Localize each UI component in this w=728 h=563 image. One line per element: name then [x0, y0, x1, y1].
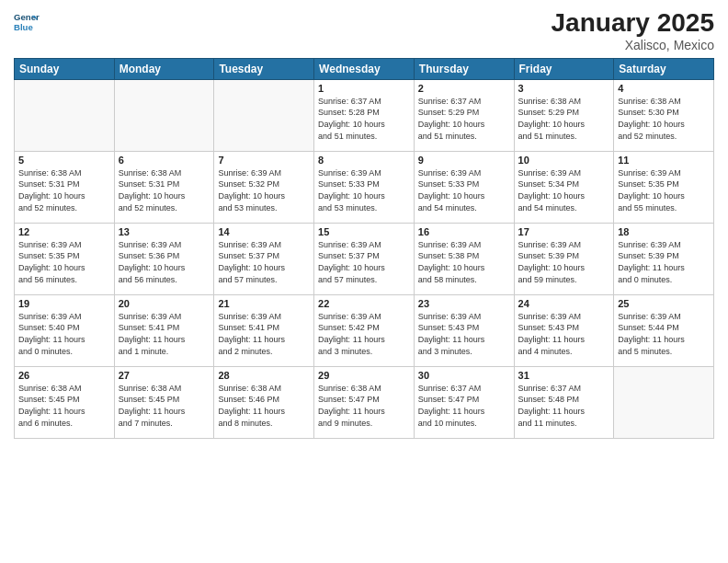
day-number: 25: [618, 298, 710, 309]
table-row: 19Sunrise: 6:39 AM Sunset: 5:40 PM Dayli…: [15, 294, 115, 366]
logo: General Blue: [14, 9, 40, 35]
calendar-week-row: 19Sunrise: 6:39 AM Sunset: 5:40 PM Dayli…: [15, 294, 714, 366]
day-number: 7: [218, 155, 310, 166]
col-friday: Friday: [514, 58, 614, 79]
day-info: Sunrise: 6:39 AM Sunset: 5:42 PM Dayligh…: [318, 311, 410, 357]
table-row: 24Sunrise: 6:39 AM Sunset: 5:43 PM Dayli…: [514, 294, 614, 366]
table-row: [214, 79, 314, 151]
day-info: Sunrise: 6:38 AM Sunset: 5:47 PM Dayligh…: [318, 383, 410, 429]
table-row: 27Sunrise: 6:38 AM Sunset: 5:45 PM Dayli…: [114, 366, 214, 438]
day-number: 2: [418, 83, 510, 94]
table-row: [15, 79, 115, 151]
calendar-header-row: Sunday Monday Tuesday Wednesday Thursday…: [15, 58, 714, 79]
page: General Blue January 2025 Xalisco, Mexic…: [0, 0, 728, 563]
location: Xalisco, Mexico: [552, 38, 714, 52]
day-number: 17: [518, 226, 610, 237]
day-info: Sunrise: 6:39 AM Sunset: 5:32 PM Dayligh…: [218, 167, 310, 213]
day-number: 28: [218, 370, 310, 381]
day-number: 16: [418, 226, 510, 237]
day-number: 19: [18, 298, 110, 309]
day-info: Sunrise: 6:39 AM Sunset: 5:37 PM Dayligh…: [318, 239, 410, 285]
day-number: 26: [18, 370, 110, 381]
table-row: 16Sunrise: 6:39 AM Sunset: 5:38 PM Dayli…: [414, 223, 514, 294]
day-number: 5: [18, 155, 110, 166]
table-row: 8Sunrise: 6:39 AM Sunset: 5:33 PM Daylig…: [314, 151, 415, 223]
table-row: 25Sunrise: 6:39 AM Sunset: 5:44 PM Dayli…: [614, 294, 714, 366]
day-number: 15: [318, 226, 410, 237]
table-row: 12Sunrise: 6:39 AM Sunset: 5:35 PM Dayli…: [15, 223, 115, 294]
day-info: Sunrise: 6:38 AM Sunset: 5:45 PM Dayligh…: [119, 383, 210, 429]
day-number: 22: [318, 298, 410, 309]
day-info: Sunrise: 6:37 AM Sunset: 5:47 PM Dayligh…: [418, 383, 510, 429]
table-row: 30Sunrise: 6:37 AM Sunset: 5:47 PM Dayli…: [414, 366, 514, 438]
calendar: Sunday Monday Tuesday Wednesday Thursday…: [14, 58, 714, 439]
col-thursday: Thursday: [414, 58, 514, 79]
day-number: 8: [318, 155, 410, 166]
day-info: Sunrise: 6:39 AM Sunset: 5:43 PM Dayligh…: [418, 311, 510, 357]
title-area: January 2025 Xalisco, Mexico: [552, 9, 714, 52]
table-row: 13Sunrise: 6:39 AM Sunset: 5:36 PM Dayli…: [114, 223, 214, 294]
col-wednesday: Wednesday: [314, 58, 415, 79]
table-row: 3Sunrise: 6:38 AM Sunset: 5:29 PM Daylig…: [514, 79, 614, 151]
header: General Blue January 2025 Xalisco, Mexic…: [14, 9, 714, 52]
day-number: 31: [518, 370, 610, 381]
day-info: Sunrise: 6:39 AM Sunset: 5:35 PM Dayligh…: [618, 167, 710, 213]
table-row: 7Sunrise: 6:39 AM Sunset: 5:32 PM Daylig…: [214, 151, 314, 223]
day-info: Sunrise: 6:38 AM Sunset: 5:46 PM Dayligh…: [218, 383, 310, 429]
calendar-week-row: 12Sunrise: 6:39 AM Sunset: 5:35 PM Dayli…: [15, 223, 714, 294]
day-info: Sunrise: 6:39 AM Sunset: 5:41 PM Dayligh…: [119, 311, 210, 357]
day-info: Sunrise: 6:39 AM Sunset: 5:35 PM Dayligh…: [18, 239, 110, 285]
col-sunday: Sunday: [15, 58, 115, 79]
col-monday: Monday: [114, 58, 214, 79]
table-row: 31Sunrise: 6:37 AM Sunset: 5:48 PM Dayli…: [514, 366, 614, 438]
table-row: 6Sunrise: 6:38 AM Sunset: 5:31 PM Daylig…: [114, 151, 214, 223]
day-info: Sunrise: 6:39 AM Sunset: 5:39 PM Dayligh…: [618, 239, 710, 285]
day-number: 24: [518, 298, 610, 309]
svg-text:Blue: Blue: [14, 22, 33, 32]
table-row: 10Sunrise: 6:39 AM Sunset: 5:34 PM Dayli…: [514, 151, 614, 223]
day-number: 4: [618, 83, 710, 94]
calendar-week-row: 1Sunrise: 6:37 AM Sunset: 5:28 PM Daylig…: [15, 79, 714, 151]
day-number: 1: [318, 83, 410, 94]
col-saturday: Saturday: [614, 58, 714, 79]
table-row: 22Sunrise: 6:39 AM Sunset: 5:42 PM Dayli…: [314, 294, 415, 366]
day-info: Sunrise: 6:39 AM Sunset: 5:36 PM Dayligh…: [119, 239, 210, 285]
calendar-week-row: 5Sunrise: 6:38 AM Sunset: 5:31 PM Daylig…: [15, 151, 714, 223]
calendar-week-row: 26Sunrise: 6:38 AM Sunset: 5:45 PM Dayli…: [15, 366, 714, 438]
day-info: Sunrise: 6:39 AM Sunset: 5:38 PM Dayligh…: [418, 239, 510, 285]
table-row: 20Sunrise: 6:39 AM Sunset: 5:41 PM Dayli…: [114, 294, 214, 366]
table-row: 2Sunrise: 6:37 AM Sunset: 5:29 PM Daylig…: [414, 79, 514, 151]
day-number: 12: [18, 226, 110, 237]
day-number: 11: [618, 155, 710, 166]
day-number: 27: [119, 370, 210, 381]
day-number: 21: [218, 298, 310, 309]
month-title: January 2025: [552, 9, 714, 38]
day-info: Sunrise: 6:38 AM Sunset: 5:45 PM Dayligh…: [18, 383, 110, 429]
table-row: 9Sunrise: 6:39 AM Sunset: 5:33 PM Daylig…: [414, 151, 514, 223]
table-row: 11Sunrise: 6:39 AM Sunset: 5:35 PM Dayli…: [614, 151, 714, 223]
day-number: 9: [418, 155, 510, 166]
day-number: 13: [119, 226, 210, 237]
table-row: 17Sunrise: 6:39 AM Sunset: 5:39 PM Dayli…: [514, 223, 614, 294]
day-info: Sunrise: 6:38 AM Sunset: 5:31 PM Dayligh…: [18, 167, 110, 213]
table-row: 15Sunrise: 6:39 AM Sunset: 5:37 PM Dayli…: [314, 223, 415, 294]
day-info: Sunrise: 6:38 AM Sunset: 5:29 PM Dayligh…: [518, 96, 610, 142]
day-number: 18: [618, 226, 710, 237]
day-number: 20: [119, 298, 210, 309]
day-info: Sunrise: 6:39 AM Sunset: 5:40 PM Dayligh…: [18, 311, 110, 357]
table-row: 5Sunrise: 6:38 AM Sunset: 5:31 PM Daylig…: [15, 151, 115, 223]
day-info: Sunrise: 6:39 AM Sunset: 5:44 PM Dayligh…: [618, 311, 710, 357]
table-row: 26Sunrise: 6:38 AM Sunset: 5:45 PM Dayli…: [15, 366, 115, 438]
day-number: 29: [318, 370, 410, 381]
logo-icon: General Blue: [14, 9, 40, 35]
day-info: Sunrise: 6:37 AM Sunset: 5:28 PM Dayligh…: [318, 96, 410, 142]
day-number: 14: [218, 226, 310, 237]
table-row: [614, 366, 714, 438]
day-info: Sunrise: 6:39 AM Sunset: 5:33 PM Dayligh…: [318, 167, 410, 213]
day-number: 3: [518, 83, 610, 94]
table-row: 4Sunrise: 6:38 AM Sunset: 5:30 PM Daylig…: [614, 79, 714, 151]
table-row: 14Sunrise: 6:39 AM Sunset: 5:37 PM Dayli…: [214, 223, 314, 294]
day-info: Sunrise: 6:39 AM Sunset: 5:37 PM Dayligh…: [218, 239, 310, 285]
day-number: 6: [119, 155, 210, 166]
table-row: 23Sunrise: 6:39 AM Sunset: 5:43 PM Dayli…: [414, 294, 514, 366]
